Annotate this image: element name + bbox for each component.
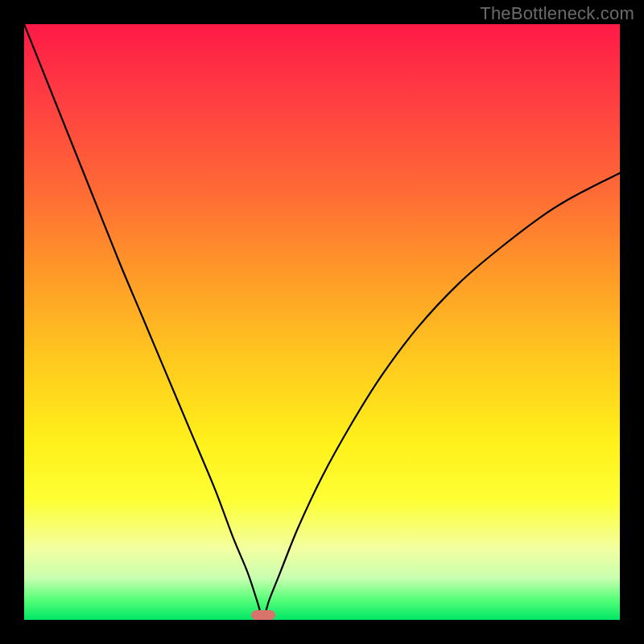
bottleneck-curve: [24, 24, 620, 617]
plot-area: [24, 24, 620, 620]
watermark-text: TheBottleneck.com: [480, 3, 634, 24]
chart-frame: TheBottleneck.com: [0, 0, 644, 644]
curve-layer: [24, 24, 620, 620]
optimum-marker: [251, 610, 275, 620]
